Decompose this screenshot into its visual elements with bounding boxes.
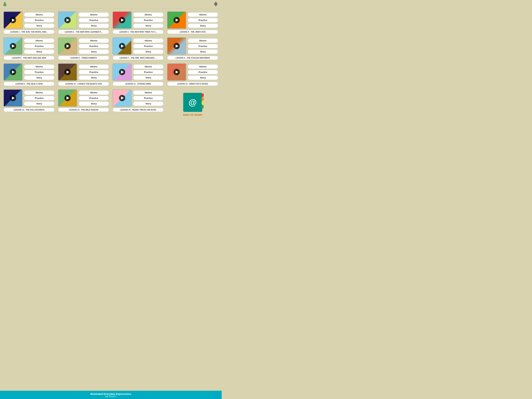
practice-button-15[interactable]: Practice xyxy=(133,96,164,101)
idioms-button-3[interactable]: Idioms xyxy=(133,12,164,17)
practice-button-9[interactable]: Practice xyxy=(24,70,55,75)
play-button-14[interactable] xyxy=(64,95,71,101)
story-button-10[interactable]: Story xyxy=(78,75,109,80)
story-button-14[interactable]: Story xyxy=(78,101,109,106)
play-button-13[interactable] xyxy=(10,95,16,101)
tab-yellow xyxy=(202,101,204,104)
practice-button-4[interactable]: Practice xyxy=(188,18,218,23)
lesson-thumb-5[interactable] xyxy=(3,38,23,55)
practice-button-8[interactable]: Practice xyxy=(188,44,218,49)
lesson-thumb-7[interactable] xyxy=(113,38,132,55)
practice-button-3[interactable]: Practice xyxy=(133,18,164,23)
play-button-5[interactable] xyxy=(10,43,16,49)
lesson-label-13[interactable]: LESSON 13 - THE KALLIGOOROO xyxy=(3,108,55,112)
play-button-12[interactable] xyxy=(173,69,180,75)
play-button-6[interactable] xyxy=(64,43,71,49)
lesson-label-4[interactable]: LESSON 4 - THE JINDO DOG xyxy=(167,30,218,34)
story-button-3[interactable]: Story xyxy=(133,23,164,28)
play-button-9[interactable] xyxy=(10,69,16,75)
lesson-thumb-9[interactable] xyxy=(3,63,23,81)
practice-button-12[interactable]: Practice xyxy=(188,70,218,75)
index-label: INDEX OF IDIOMS xyxy=(183,114,202,116)
idioms-button-7[interactable]: Idioms xyxy=(133,38,164,43)
practice-button-1[interactable]: Practice xyxy=(24,18,55,23)
lesson-thumb-13[interactable] xyxy=(3,89,23,107)
lesson-label-3[interactable]: LESSON 3 - THE MAN WHO TRIED TO C... xyxy=(113,30,164,34)
play-button-3[interactable] xyxy=(119,17,125,23)
idioms-button-6[interactable]: Idioms xyxy=(78,38,109,43)
idioms-button-2[interactable]: Idioms xyxy=(78,12,109,17)
lesson-label-12[interactable]: LESSON 12 - BRER FOX'S SHOES xyxy=(167,82,218,86)
lesson-label-2[interactable]: LESSON 2 - THE MAN WHO LEARNED F... xyxy=(58,30,109,34)
idioms-button-4[interactable]: Idioms xyxy=(188,12,218,17)
lesson-label-9[interactable]: LESSON 9 - THE SEAL'S SKIN xyxy=(3,82,55,86)
practice-button-5[interactable]: Practice xyxy=(24,44,55,49)
card-buttons-2: Idioms Practice Story xyxy=(78,12,109,28)
lesson-label-6[interactable]: LESSON 6 - THREE RABBITS xyxy=(58,56,109,60)
index-book-icon[interactable] xyxy=(183,93,202,112)
idioms-button-10[interactable]: Idioms xyxy=(78,64,109,69)
settings-button[interactable] xyxy=(213,1,219,8)
lesson-thumb-2[interactable] xyxy=(58,12,77,29)
story-button-7[interactable]: Story xyxy=(133,49,164,54)
practice-button-14[interactable]: Practice xyxy=(78,96,109,101)
idioms-button-13[interactable]: Idioms xyxy=(24,90,55,95)
lesson-label-14[interactable]: LESSON 14 - THE WILD PIGEON xyxy=(58,108,109,112)
practice-button-6[interactable]: Practice xyxy=(78,44,109,49)
lesson-thumb-11[interactable] xyxy=(113,63,132,81)
play-button-8[interactable] xyxy=(173,43,180,49)
lesson-label-7[interactable]: LESSON 7 - THE GIRL WHO DRESSED ... xyxy=(113,56,164,60)
lesson-label-10[interactable]: LESSON 10 - LVANKO THE BEAR'S SON xyxy=(58,82,109,86)
idioms-button-14[interactable]: Idioms xyxy=(78,90,109,95)
practice-button-13[interactable]: Practice xyxy=(24,96,55,101)
index-of-idioms-card[interactable]: INDEX OF IDIOMS xyxy=(167,89,218,120)
story-button-8[interactable]: Story xyxy=(188,49,218,54)
app-logo[interactable] xyxy=(3,0,10,8)
lesson-label-11[interactable]: LESSON 11 - STRONG WIND xyxy=(113,82,164,86)
card-buttons-7: Idioms Practice Story xyxy=(133,38,164,54)
lesson-thumb-8[interactable] xyxy=(167,38,186,55)
story-button-6[interactable]: Story xyxy=(78,49,109,54)
play-button-15[interactable] xyxy=(119,95,125,101)
practice-button-7[interactable]: Practice xyxy=(133,44,164,49)
story-button-15[interactable]: Story xyxy=(133,101,164,106)
idioms-button-12[interactable]: Idioms xyxy=(188,64,218,69)
idioms-button-11[interactable]: Idioms xyxy=(133,64,164,69)
lesson-thumb-14[interactable] xyxy=(58,89,77,107)
story-button-5[interactable]: Story xyxy=(24,49,55,54)
play-button-4[interactable] xyxy=(173,17,180,23)
lesson-thumb-3[interactable] xyxy=(113,12,132,29)
practice-button-11[interactable]: Practice xyxy=(133,70,164,75)
lesson-thumb-4[interactable] xyxy=(167,12,186,29)
lesson-thumb-15[interactable] xyxy=(113,89,132,107)
idioms-button-9[interactable]: Idioms xyxy=(24,64,55,69)
idioms-button-15[interactable]: Idioms xyxy=(133,90,164,95)
story-button-9[interactable]: Story xyxy=(24,75,55,80)
story-button-2[interactable]: Story xyxy=(78,23,109,28)
practice-button-2[interactable]: Practice xyxy=(78,18,109,23)
idioms-button-1[interactable]: Idioms xyxy=(24,12,55,17)
idioms-button-8[interactable]: Idioms xyxy=(188,38,218,43)
lesson-label-5[interactable]: LESSON 5 - THE WAIT-AND-SEE MAN xyxy=(3,56,55,60)
story-button-11[interactable]: Story xyxy=(133,75,164,80)
idioms-button-5[interactable]: Idioms xyxy=(24,38,55,43)
story-button-12[interactable]: Story xyxy=(188,75,218,80)
play-button-7[interactable] xyxy=(119,43,125,49)
lesson-card-4: Idioms Practice Story LESSON 4 - THE JIN… xyxy=(167,12,218,34)
play-button-11[interactable] xyxy=(119,69,125,75)
practice-button-10[interactable]: Practice xyxy=(78,70,109,75)
lesson-label-1[interactable]: LESSON 1 - THE SUN, THE MOON, AND... xyxy=(3,30,55,34)
lesson-thumb-12[interactable] xyxy=(167,63,186,81)
story-button-13[interactable]: Story xyxy=(24,101,55,106)
play-button-1[interactable] xyxy=(10,17,16,23)
lesson-label-15[interactable]: LESSON 15 - PEDRO TRICKS HIS BOSS xyxy=(113,108,164,112)
story-button-1[interactable]: Story xyxy=(24,23,55,28)
play-button-2[interactable] xyxy=(64,17,71,23)
play-button-10[interactable] xyxy=(64,69,71,75)
lesson-thumb-6[interactable] xyxy=(58,38,77,55)
lesson-thumb-10[interactable] xyxy=(58,63,77,81)
lesson-thumb-1[interactable] xyxy=(3,12,23,29)
card-buttons-5: Idioms Practice Story xyxy=(24,38,55,54)
story-button-4[interactable]: Story xyxy=(188,23,218,28)
lesson-label-8[interactable]: LESSON 8 - THE FOOLISH BRAHMAN xyxy=(167,56,218,60)
